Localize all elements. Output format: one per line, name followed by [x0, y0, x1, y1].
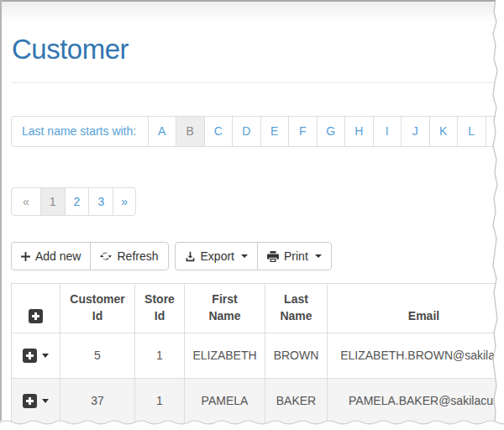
expand-row-plus-icon[interactable]: [23, 349, 37, 363]
cell-email: ELIZABETH.BROWN@sakilacu: [328, 333, 504, 378]
crud-button-group: Add new Refresh: [11, 242, 169, 270]
filter-label: Last name starts with:: [12, 117, 148, 146]
filter-letter-d[interactable]: D: [232, 117, 260, 146]
filter-letter-b[interactable]: B: [176, 117, 204, 146]
export-button[interactable]: Export: [175, 242, 258, 270]
table-row: 37 1 PAMELA BAKER PAMELA.BAKER@sakilacus: [12, 378, 504, 423]
header-last-name: Last Name: [265, 284, 328, 333]
toolbar: Add new Refresh: [11, 242, 332, 270]
cell-expand: [12, 378, 60, 423]
expand-row-plus-icon[interactable]: [23, 394, 37, 408]
caret-down-icon[interactable]: [42, 399, 49, 403]
header-email: Email: [328, 284, 504, 333]
caret-down-icon: [241, 254, 248, 258]
header-expand-all: [12, 284, 60, 333]
page-title: Customer: [12, 34, 129, 66]
cell-email: PAMELA.BAKER@sakilacus: [328, 378, 504, 423]
cell-first-name: PAMELA: [185, 378, 265, 423]
filter-letter-h[interactable]: H: [344, 117, 373, 146]
cell-customer-id: 5: [60, 333, 135, 378]
pagination-prev[interactable]: «: [11, 187, 41, 216]
cell-customer-id: 37: [60, 378, 135, 423]
filter-letter-e[interactable]: E: [260, 117, 289, 146]
cell-expand: [12, 333, 60, 378]
export-icon: [185, 251, 196, 262]
table-row: 5 1 ELIZABETH BROWN ELIZABETH.BROWN@saki…: [12, 333, 504, 378]
cell-store-id: 1: [135, 333, 185, 378]
plus-icon: [21, 252, 30, 261]
caret-down-icon: [315, 254, 322, 258]
filter-letter-f[interactable]: F: [288, 117, 317, 146]
pagination: « 1 2 3 »: [11, 187, 136, 216]
screenshot-left-border: [0, 0, 2, 421]
header-customer-id: Customer Id: [60, 284, 135, 333]
filter-letter-m[interactable]: M: [486, 117, 504, 146]
table-header-row: Customer Id Store Id First Name Last Nam…: [12, 284, 504, 333]
screenshot-top-border: [0, 0, 496, 2]
output-button-group: Export Print: [175, 242, 332, 270]
pagination-page-3[interactable]: 3: [88, 187, 113, 216]
refresh-button[interactable]: Refresh: [90, 242, 168, 270]
pagination-page-2[interactable]: 2: [65, 187, 90, 216]
add-new-label: Add new: [35, 248, 81, 265]
cell-store-id: 1: [135, 378, 185, 423]
header-first-name: First Name: [185, 284, 265, 333]
filter-letter-i[interactable]: I: [373, 117, 402, 146]
print-button[interactable]: Print: [257, 242, 332, 270]
customer-page: Customer Last name starts with: A B C D …: [0, 0, 504, 430]
top-fade: [2, 2, 504, 24]
refresh-icon: [100, 250, 112, 262]
filter-letter-l[interactable]: L: [457, 117, 486, 146]
cell-last-name: BROWN: [265, 333, 328, 378]
cell-first-name: ELIZABETH: [185, 333, 265, 378]
pagination-next[interactable]: »: [113, 187, 136, 216]
filter-letter-c[interactable]: C: [204, 117, 233, 146]
filter-letter-j[interactable]: J: [401, 117, 429, 146]
add-new-button[interactable]: Add new: [11, 242, 91, 270]
customer-table: Customer Id Store Id First Name Last Nam…: [11, 283, 504, 424]
lastname-filter-bar: Last name starts with: A B C D E F G H I…: [11, 116, 504, 147]
filter-letter-k[interactable]: K: [429, 117, 458, 146]
print-label: Print: [284, 248, 308, 265]
refresh-label: Refresh: [117, 248, 158, 265]
print-icon: [267, 251, 279, 262]
expand-all-plus-icon[interactable]: [29, 309, 43, 323]
header-store-id: Store Id: [135, 284, 185, 333]
pagination-page-1[interactable]: 1: [40, 187, 66, 216]
title-divider: [11, 82, 504, 83]
export-label: Export: [201, 248, 234, 265]
filter-letter-a[interactable]: A: [148, 117, 176, 146]
cell-last-name: BAKER: [265, 378, 328, 423]
caret-down-icon[interactable]: [42, 354, 49, 358]
filter-letter-g[interactable]: G: [317, 117, 345, 146]
